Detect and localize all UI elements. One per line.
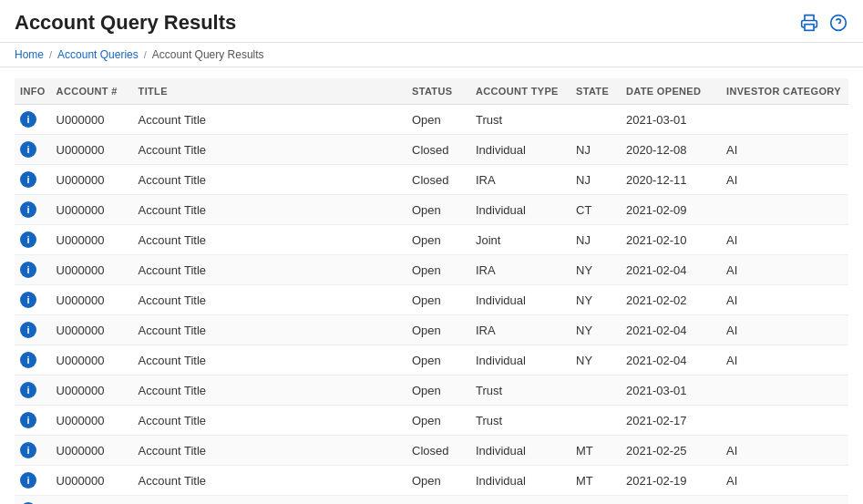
help-icon[interactable] [828,13,848,33]
breadcrumb: Home / Account Queries / Account Query R… [0,43,863,67]
cell-account-number: U000000 [51,285,133,315]
cell-date-opened: 2021-02-25 [621,436,721,466]
col-header-account-type: ACCOUNT TYPE [470,78,570,105]
cell-title: Account Title [133,285,406,315]
info-icon-button[interactable]: i [20,171,36,188]
info-icon-button[interactable]: i [20,111,36,128]
cell-investor-category [721,406,848,436]
cell-info: i [15,285,51,315]
cell-status: Open [406,466,470,496]
cell-investor-category: AI [721,466,848,496]
cell-status: Open [406,105,470,135]
table-row: iU000000Account TitleOpenIndividualNY202… [15,345,848,375]
cell-info: i [15,225,51,255]
cell-account-type: Joint [470,225,570,255]
cell-title: Account Title [133,225,406,255]
table-row: iU000000Account TitleClosedIndividualMT2… [15,436,848,466]
cell-status: Open [406,375,470,406]
table-row: iU000000Account TitleOpenIndividualCT202… [15,195,848,225]
info-icon-button[interactable]: i [20,322,36,338]
breadcrumb-sep-1: / [49,49,52,60]
cell-state: NY [570,345,621,375]
cell-state: NY [570,255,621,285]
cell-investor-category: AI [721,436,848,466]
cell-investor-category: AI [721,225,848,255]
cell-state: NY [570,285,621,315]
cell-investor-category [721,375,848,406]
cell-date-opened: 2020-12-08 [621,135,721,165]
results-table-container: INFO ACCOUNT # TITLE STATUS ACCOUNT TYPE… [0,71,863,504]
print-icon[interactable] [799,13,819,33]
cell-date-opened: 2021-03-01 [621,105,721,135]
cell-status: Open [406,345,470,375]
col-header-status: STATUS [406,78,470,105]
cell-info: i [15,135,51,165]
cell-investor-category [721,195,848,225]
cell-title: Account Title [133,406,406,436]
info-icon-button[interactable]: i [20,292,36,308]
table-row: iU000000Account TitleOpenTrust2021-02-10 [15,496,848,505]
cell-state: MT [570,466,621,496]
table-row: iU000000Account TitleOpenIndividualMT202… [15,466,848,496]
cell-account-number: U000000 [51,345,133,375]
info-icon-button[interactable]: i [20,141,36,158]
cell-status: Closed [406,165,470,195]
table-row: iU000000Account TitleOpenIRANY2021-02-04… [15,255,848,285]
table-row: iU000000Account TitleOpenTrust2021-03-01 [15,375,848,406]
info-icon-button[interactable]: i [20,472,36,489]
cell-account-type: Individual [470,436,570,466]
cell-account-type: Individual [470,466,570,496]
cell-account-number: U000000 [51,375,133,406]
cell-date-opened: 2021-02-04 [621,255,721,285]
col-header-date-opened: DATE OPENED [621,78,721,105]
info-icon-button[interactable]: i [20,201,36,218]
info-icon-button[interactable]: i [20,382,36,398]
info-icon-button[interactable]: i [20,262,36,278]
cell-info: i [15,165,51,195]
table-row: iU000000Account TitleClosedIndividualNJ2… [15,135,848,165]
cell-info: i [15,345,51,375]
cell-date-opened: 2021-02-04 [621,315,721,345]
cell-account-type: Trust [470,406,570,436]
cell-account-type: Trust [470,105,570,135]
cell-investor-category: AI [721,135,848,165]
cell-state [570,406,621,436]
breadcrumb-queries[interactable]: Account Queries [57,48,139,61]
cell-title: Account Title [133,345,406,375]
cell-date-opened: 2020-12-11 [621,165,721,195]
cell-status: Open [406,315,470,345]
results-table: INFO ACCOUNT # TITLE STATUS ACCOUNT TYPE… [15,78,848,504]
cell-title: Account Title [133,255,406,285]
cell-status: Closed [406,436,470,466]
cell-status: Open [406,225,470,255]
col-header-state: STATE [570,78,621,105]
info-icon-button[interactable]: i [20,352,36,368]
cell-date-opened: 2021-02-02 [621,285,721,315]
cell-account-number: U000000 [51,105,133,135]
header-actions [799,13,848,33]
table-body: iU000000Account TitleOpenTrust2021-03-01… [15,105,848,505]
cell-account-number: U000000 [51,466,133,496]
cell-date-opened: 2021-02-19 [621,466,721,496]
cell-title: Account Title [133,135,406,165]
cell-state: NJ [570,135,621,165]
breadcrumb-home[interactable]: Home [15,48,44,61]
cell-state [570,496,621,505]
cell-investor-category [721,105,848,135]
cell-investor-category: AI [721,345,848,375]
cell-title: Account Title [133,496,406,505]
table-row: iU000000Account TitleClosedIRANJ2020-12-… [15,165,848,195]
cell-account-number: U000000 [51,315,133,345]
cell-info: i [15,375,51,406]
cell-status: Open [406,285,470,315]
info-icon-button[interactable]: i [20,412,36,428]
cell-title: Account Title [133,466,406,496]
info-icon-button[interactable]: i [20,231,36,248]
cell-status: Open [406,496,470,505]
cell-state [570,375,621,406]
info-icon-button[interactable]: i [20,442,36,458]
cell-account-type: Trust [470,496,570,505]
cell-info: i [15,496,51,505]
cell-info: i [15,315,51,345]
cell-account-number: U000000 [51,225,133,255]
